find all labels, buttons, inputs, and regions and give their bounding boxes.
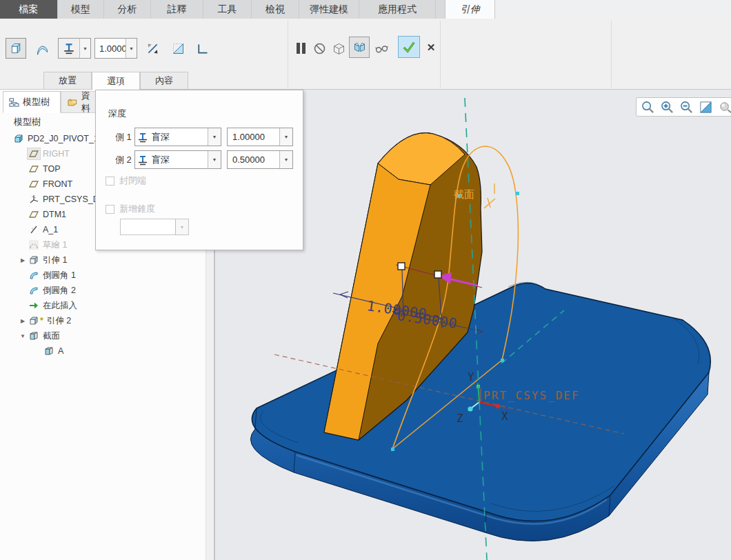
taper-value-combo: ▼ — [120, 219, 189, 235]
surface-type-button[interactable] — [32, 38, 52, 59]
insert-here-icon — [28, 300, 40, 311]
extrude-icon — [28, 315, 40, 326]
thicken-sketch-button[interactable] — [192, 38, 212, 59]
sketch-axis-marker — [484, 183, 495, 208]
menu-tab-analysis[interactable]: 分析 — [104, 0, 151, 19]
ok-button[interactable] — [398, 36, 420, 58]
tab-model-tree[interactable]: 模型樹 — [3, 91, 61, 113]
side2-label: 側 2 — [115, 154, 132, 166]
model-tree-header: 模型樹 — [14, 116, 41, 128]
blind-depth-icon — [63, 42, 75, 54]
sketch-vertex[interactable] — [391, 448, 394, 451]
menubar-spacer — [495, 0, 731, 19]
section-label[interactable]: 截面 — [454, 188, 474, 201]
extrude-icon — [28, 254, 40, 266]
cancel-button[interactable]: ✕ — [423, 39, 439, 56]
base-plate[interactable] — [250, 282, 710, 541]
unattached-preview-button[interactable] — [329, 39, 348, 58]
side1-label: 側 1 — [115, 131, 132, 143]
tab-label: 模型樹 — [23, 96, 50, 108]
tab-placement[interactable]: 放置 — [43, 72, 92, 90]
sketch-vertex[interactable] — [516, 192, 519, 195]
side1-depth-type-combo[interactable]: 盲深 ▼ — [134, 128, 221, 146]
ribbon-divider — [288, 21, 288, 88]
spin-center-icon[interactable] — [718, 100, 731, 114]
tree-item-label: 倒圓角 2 — [43, 285, 76, 297]
attached-preview-icon — [352, 40, 367, 54]
tree-item[interactable]: A — [0, 343, 206, 359]
remove-material-button[interactable] — [168, 38, 188, 59]
chevron-down-icon[interactable]: ▼ — [208, 128, 221, 146]
options-panel: 深度 側 1 盲深 ▼ 1.00000 ▼ 側 2 — [95, 90, 303, 250]
close-icon: ✕ — [427, 41, 436, 54]
repaint-icon[interactable] — [699, 100, 713, 114]
tree-item[interactable]: ▶*引伸 2 — [0, 313, 206, 328]
wireframe-box-icon — [332, 41, 346, 56]
tree-item-label: DTM1 — [43, 210, 66, 219]
expander-icon[interactable]: ▼ — [18, 333, 28, 339]
zoom-region-icon[interactable] — [641, 100, 655, 114]
add-taper-checkbox[interactable] — [106, 205, 114, 214]
model-tree-icon — [9, 97, 19, 108]
tree-item-label: 引伸 2 — [47, 315, 71, 327]
chevron-down-icon: ▼ — [175, 219, 188, 234]
chevron-down-icon[interactable]: ▼ — [208, 151, 221, 168]
tree-item-label: A — [58, 346, 63, 356]
capped-ends-checkbox[interactable] — [106, 177, 114, 186]
tab-properties[interactable]: 內容 — [140, 72, 188, 90]
tree-item[interactable]: 在此插入 — [0, 298, 206, 313]
x-axis-label: X — [501, 410, 508, 423]
side1-depth-value-combo[interactable]: 1.00000 ▼ — [227, 128, 293, 146]
drag-handle-side1[interactable] — [398, 263, 405, 270]
attached-preview-button[interactable] — [349, 37, 370, 58]
flip-direction-icon — [146, 41, 160, 56]
menu-tab-tools[interactable]: 工具 — [203, 0, 252, 19]
no-preview-button[interactable] — [312, 40, 327, 57]
tree-item-label: 倒圓角 1 — [43, 270, 76, 281]
surface-icon — [35, 41, 50, 56]
menu-tab-file[interactable]: 檔案 — [0, 0, 58, 19]
tree-item-label: TOP — [43, 164, 60, 174]
menu-tab-model[interactable]: 模型 — [58, 0, 104, 19]
verify-button[interactable] — [372, 40, 391, 57]
pause-button[interactable] — [292, 39, 309, 57]
tree-item[interactable]: ▼截面 — [0, 328, 206, 343]
ribbon-divider — [440, 21, 441, 88]
menu-tab-annotate[interactable]: 註釋 — [151, 0, 203, 19]
add-taper-label: 新增錐度 — [119, 203, 155, 215]
menu-tab-extrude[interactable]: 引伸 — [445, 0, 495, 19]
side2-depth-type-combo[interactable]: 盲深 ▼ — [134, 150, 221, 169]
drag-handle-side2[interactable] — [434, 271, 441, 278]
depth-group-label: 深度 — [108, 108, 126, 120]
axis-icon — [28, 224, 40, 235]
menu-tab-flexible-modeling[interactable]: 彈性建模 — [299, 0, 359, 19]
sketch-vertex[interactable] — [501, 359, 504, 362]
expander-icon[interactable]: ▶ — [18, 257, 28, 263]
tree-item[interactable]: ▶引伸 1 — [0, 252, 206, 268]
flip-direction-button[interactable] — [142, 38, 163, 59]
solid-type-button[interactable] — [6, 38, 26, 59]
menu-bar: 檔案模型分析註釋工具檢視彈性建模應用程式引伸 — [0, 0, 731, 19]
zoom-in-icon[interactable] — [660, 100, 674, 114]
glasses-icon — [374, 41, 389, 56]
tab-options[interactable]: 選項 — [92, 72, 140, 90]
z-axis-label: Z — [457, 412, 463, 425]
menu-tab-view[interactable]: 檢視 — [252, 0, 299, 19]
chevron-down-icon[interactable]: ▼ — [126, 39, 137, 58]
expander-icon[interactable]: ▶ — [18, 318, 28, 324]
csys-label[interactable]: PRT_CSYS_DEF — [483, 389, 580, 402]
no-preview-icon — [312, 41, 327, 56]
chevron-down-icon[interactable]: ▼ — [279, 151, 292, 168]
menu-tab-applications[interactable]: 應用程式 — [359, 0, 436, 19]
zoom-out-icon[interactable] — [679, 100, 694, 114]
chevron-down-icon[interactable]: ▼ — [79, 39, 90, 58]
chevron-down-icon[interactable]: ▼ — [279, 128, 292, 146]
tree-item[interactable]: 倒圓角 2 — [0, 283, 206, 298]
depth-value-input[interactable]: 1.00000 ▼ — [94, 38, 137, 59]
remove-material-icon — [171, 41, 186, 56]
depth-type-button[interactable]: ▼ — [58, 38, 91, 59]
extrude-dashboard: ▼ 1.00000 ▼ — [0, 19, 731, 90]
side2-depth-value-combo[interactable]: 0.50000 ▼ — [227, 150, 293, 169]
tree-item[interactable]: 倒圓角 1 — [0, 268, 206, 283]
pause-icon — [297, 43, 300, 54]
